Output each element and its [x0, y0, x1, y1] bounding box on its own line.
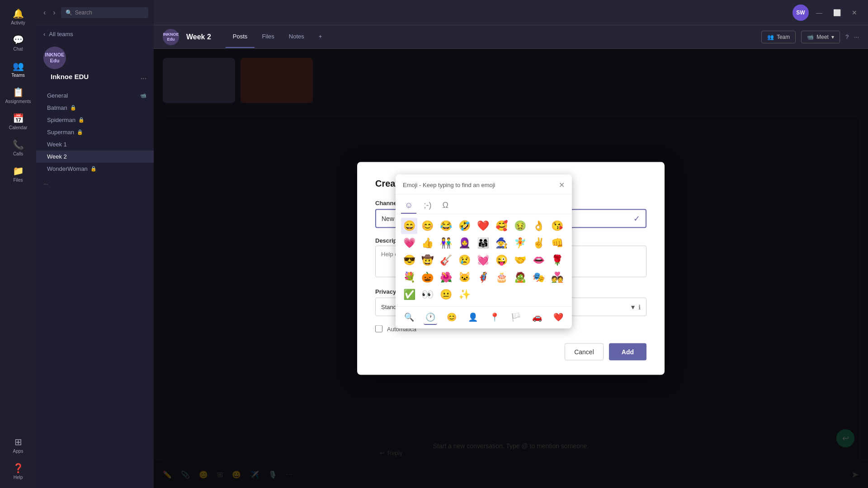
emoji-cell-26[interactable]: 🌹: [549, 252, 565, 268]
emoji-cell-36[interactable]: ✅: [401, 286, 417, 303]
sidebar-item-teams[interactable]: 👥 Teams: [5, 57, 32, 81]
channel-item-week2[interactable]: Week 2: [36, 150, 154, 163]
emoji-cell-27[interactable]: 💐: [401, 269, 417, 286]
chat-icon: 💬: [13, 34, 24, 45]
emoji-cell-10[interactable]: 👍: [420, 235, 436, 251]
maximize-button[interactable]: ⬜: [830, 7, 844, 18]
emoji-cell-38[interactable]: 😐: [438, 286, 454, 303]
channel-avatar: INKNOEEdu: [163, 29, 179, 45]
emoji-cell-16[interactable]: ✌️: [530, 235, 547, 251]
emoji-heart-icon[interactable]: ❤️: [552, 310, 565, 325]
emoji-cell-15[interactable]: 🧚: [512, 235, 528, 251]
emoji-cell-37[interactable]: 👀: [420, 286, 436, 303]
tab-files[interactable]: Files: [255, 26, 281, 48]
emoji-cell-29[interactable]: 🌺: [438, 269, 454, 286]
emoji-people-icon[interactable]: 👤: [466, 310, 480, 325]
emoji-flag-icon[interactable]: 🏳️: [509, 310, 523, 325]
sidebar-item-apps[interactable]: ⊞ Apps: [5, 433, 32, 457]
emoji-cell-39[interactable]: ✨: [457, 286, 473, 303]
sidebar-item-files[interactable]: 📁 Files: [5, 162, 32, 186]
emoji-cell-7[interactable]: 👌: [530, 218, 547, 234]
emoji-cell-4[interactable]: ❤️: [475, 218, 491, 234]
channel-item-spiderman[interactable]: Spiderman 🔒: [36, 114, 154, 126]
emoji-tab-omega[interactable]: Ω: [439, 198, 452, 214]
add-button[interactable]: Add: [609, 343, 646, 361]
sidebar-item-help[interactable]: ❓ Help: [5, 459, 32, 483]
calls-icon: 📞: [13, 139, 24, 150]
emoji-cell-3[interactable]: 🤣: [457, 218, 473, 234]
emoji-cell-22[interactable]: 💓: [475, 252, 491, 268]
teams-panel: ‹ › 🔍 Search ‹ All teams INKNOEEdu Inkno…: [36, 0, 154, 488]
meet-button[interactable]: 📹 Meet ▾: [801, 31, 840, 43]
emoji-cell-28[interactable]: 🎃: [420, 269, 436, 286]
emoji-tab-text[interactable]: ;-): [420, 198, 435, 214]
emoji-cell-8[interactable]: 😘: [549, 218, 565, 234]
sidebar-item-activity[interactable]: 🔔 Activity: [5, 5, 32, 29]
more-channels-btn[interactable]: ···: [36, 177, 154, 191]
emoji-cell-25[interactable]: 👄: [530, 252, 547, 268]
emoji-cell-33[interactable]: 🧟: [512, 269, 528, 286]
emoji-picker-close-button[interactable]: ✕: [559, 181, 565, 189]
emoji-smiley-icon[interactable]: 😊: [445, 310, 458, 325]
emoji-cell-30[interactable]: 🐱: [457, 269, 473, 286]
sidebar-item-calls[interactable]: 📞 Calls: [5, 136, 32, 160]
channel-item-superman[interactable]: Superman 🔒: [36, 126, 154, 138]
emoji-search-icon[interactable]: 🔍: [402, 310, 416, 325]
emoji-cell-6[interactable]: 🤢: [512, 218, 528, 234]
channel-item-general[interactable]: General 📹: [36, 89, 154, 102]
emoji-cell-35[interactable]: 💑: [549, 269, 565, 286]
sidebar-item-assignments[interactable]: 📋 Assignments: [5, 83, 32, 108]
emoji-cell-18[interactable]: 😎: [401, 252, 417, 268]
emoji-cell-21[interactable]: 😢: [457, 252, 473, 268]
emoji-cell-31[interactable]: 🦸: [475, 269, 491, 286]
emoji-cell-19[interactable]: 🤠: [420, 252, 436, 268]
add-tab-button[interactable]: +: [311, 26, 330, 48]
user-initials: SW: [796, 9, 805, 16]
minimize-button[interactable]: —: [812, 7, 826, 18]
emoji-cell-14[interactable]: 🧙: [493, 235, 509, 251]
emoji-recent-icon[interactable]: 🕐: [424, 310, 437, 325]
emoji-cell-12[interactable]: 🧕: [457, 235, 473, 251]
close-button[interactable]: ✕: [848, 7, 861, 18]
emoji-location-icon[interactable]: 📍: [488, 310, 501, 325]
team-avatar[interactable]: INKNOEEdu: [43, 47, 66, 69]
tab-notes[interactable]: Notes: [282, 26, 311, 48]
team-more-btn[interactable]: ···: [141, 75, 146, 83]
team-icon: 👥: [767, 34, 774, 40]
sidebar-item-calendar[interactable]: 📅 Calendar: [5, 109, 32, 134]
emoji-transport-icon[interactable]: 🚗: [530, 310, 544, 325]
privacy-info-icon[interactable]: ℹ: [638, 303, 641, 310]
sidebar-item-chat[interactable]: 💬 Chat: [5, 31, 32, 55]
emoji-cell-0[interactable]: 😄: [401, 218, 417, 234]
emoji-cell-11[interactable]: 👫: [438, 235, 454, 251]
team-button[interactable]: 👥 Team: [761, 31, 796, 43]
main-content: SW — ⬜ ✕ INKNOEEdu Week 2 Posts Files: [154, 0, 868, 488]
info-button[interactable]: ?: [845, 33, 849, 40]
user-avatar[interactable]: SW: [793, 5, 809, 21]
forward-nav-arrow[interactable]: ›: [51, 7, 57, 19]
emoji-cell-34[interactable]: 🎭: [530, 269, 547, 286]
emoji-cell-2[interactable]: 😂: [438, 218, 454, 234]
emoji-cell-5[interactable]: 🥰: [493, 218, 509, 234]
cancel-button[interactable]: Cancel: [565, 343, 604, 361]
channel-name-check-icon: ✓: [628, 210, 646, 227]
panel-search[interactable]: 🔍 Search: [61, 7, 148, 18]
back-nav-arrow[interactable]: ‹: [42, 7, 47, 19]
emoji-cell-24[interactable]: 🤝: [512, 252, 528, 268]
auto-favorite-checkbox[interactable]: [375, 325, 382, 333]
emoji-cell-1[interactable]: 😊: [420, 218, 436, 234]
channel-item-week1[interactable]: Week 1: [36, 138, 154, 150]
emoji-cell-13[interactable]: 👨‍👩‍👧: [475, 235, 491, 251]
channel-name-week1: Week 1: [47, 141, 67, 148]
emoji-tab-smiley[interactable]: ☺: [401, 198, 416, 214]
emoji-cell-32[interactable]: 🎂: [493, 269, 509, 286]
emoji-cell-23[interactable]: 😜: [493, 252, 509, 268]
emoji-cell-20[interactable]: 🎸: [438, 252, 454, 268]
emoji-cell-9[interactable]: 💗: [401, 235, 417, 251]
more-options-button[interactable]: ···: [854, 33, 859, 40]
emoji-cell-17[interactable]: 👊: [549, 235, 565, 251]
channel-item-batman[interactable]: Batman 🔒: [36, 102, 154, 114]
channel-item-wonderwoman[interactable]: WonderWoman 🔒: [36, 163, 154, 175]
all-teams-link[interactable]: ‹ All teams: [36, 25, 154, 43]
tab-posts[interactable]: Posts: [226, 26, 255, 48]
